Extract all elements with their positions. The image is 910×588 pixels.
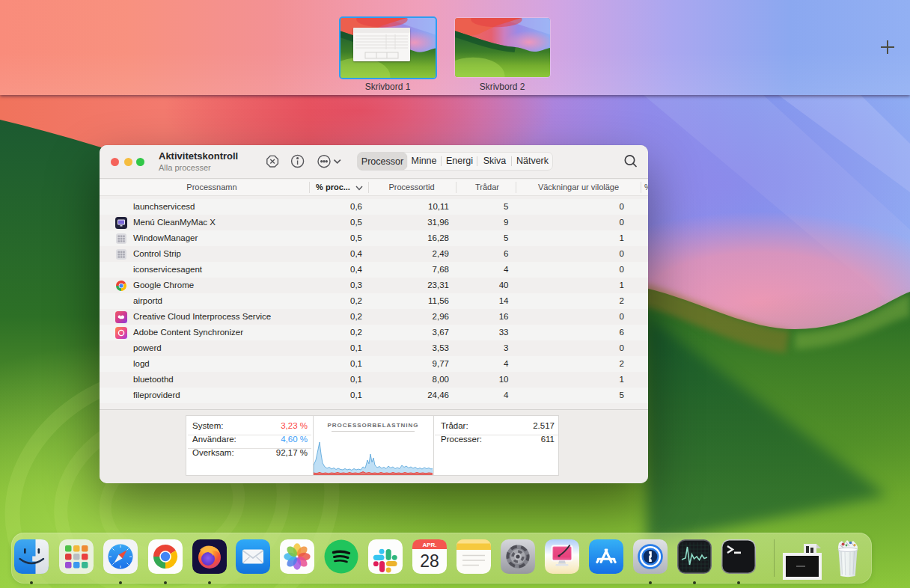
svg-text:28: 28 bbox=[420, 551, 439, 571]
svg-text:APR.: APR. bbox=[422, 542, 436, 548]
